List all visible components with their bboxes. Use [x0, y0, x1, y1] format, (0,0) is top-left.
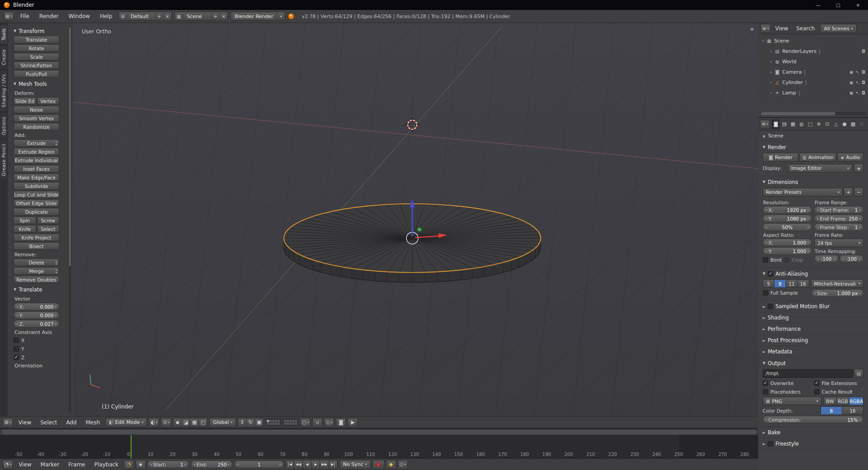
bake-panel-header[interactable]: ►Bake: [763, 428, 863, 437]
increment-icon[interactable]: ▸: [859, 418, 861, 422]
increment-icon[interactable]: ▸: [859, 291, 861, 295]
crop-checkbox[interactable]: Crop: [784, 256, 803, 263]
extrude-individual-button[interactable]: Extrude Individual: [14, 156, 59, 164]
transform-orientation-select[interactable]: Global ▾: [209, 418, 236, 427]
subdivide-button[interactable]: Subdivide: [14, 182, 59, 190]
layer-toggle[interactable]: [295, 420, 297, 422]
layer-toggle[interactable]: [278, 423, 280, 425]
increment-icon[interactable]: ▸: [55, 305, 57, 309]
menu-add[interactable]: Add: [62, 418, 80, 427]
increment-icon[interactable]: ▸: [859, 226, 861, 229]
increment-icon[interactable]: ▸: [185, 463, 187, 466]
display-select[interactable]: Image Editor ▾: [788, 164, 852, 173]
decrement-icon[interactable]: ◂: [765, 208, 767, 212]
sampled-motion-blur-checkbox[interactable]: [768, 304, 773, 309]
shrink-fatten-button[interactable]: Shrink/Fatten: [14, 61, 59, 69]
file-extensions-checkbox[interactable]: ✓File Extensions: [814, 379, 864, 387]
end-frame-field[interactable]: ◂ End: 250 ▸: [191, 461, 232, 468]
knife-button[interactable]: Knife: [14, 225, 36, 233]
menu-playback[interactable]: Playback: [90, 460, 122, 469]
vector-z-field[interactable]: ◂ Z: 0.027 ▸: [14, 320, 59, 328]
expand-dot-icon[interactable]: •: [770, 91, 772, 95]
current-frame-field[interactable]: ◂ 1 ▸: [234, 461, 284, 468]
outliner-row-scene[interactable]: •▦Scene: [758, 36, 868, 46]
layer-toggle[interactable]: [287, 423, 289, 425]
select-toggle-icon[interactable]: ↖: [856, 80, 859, 85]
color-mode-rgba-button[interactable]: RGBA: [849, 397, 863, 405]
pivot-center-select[interactable]: ⊙ ▾: [161, 418, 171, 427]
menu-search[interactable]: Search: [793, 24, 818, 33]
scene-selector[interactable]: ▦ Scene + ×: [175, 12, 228, 21]
decrement-icon[interactable]: ◂: [16, 314, 18, 317]
placeholders-checkbox[interactable]: Placeholders: [763, 388, 812, 395]
menu-marker[interactable]: Marker: [37, 460, 63, 469]
region-expand-icon[interactable]: +: [750, 26, 755, 33]
display-extra-button[interactable]: ◈: [854, 164, 863, 173]
outliner-row-world[interactable]: •◍World: [758, 56, 868, 67]
layer-toggle[interactable]: [292, 423, 294, 425]
start-frame-field[interactable]: ◂Start Frame:1▸: [814, 206, 863, 214]
outliner-row-renderlayers[interactable]: •▤RenderLayers|◘: [758, 46, 868, 56]
color-depth-8-button[interactable]: 8: [821, 406, 842, 415]
current-frame-marker[interactable]: [131, 435, 132, 458]
menu-render[interactable]: Render: [36, 12, 62, 21]
render-presets-select[interactable]: Render Presets ▾: [763, 188, 843, 197]
sync-mode-select[interactable]: No Sync ▾: [340, 460, 371, 469]
expand-dot-icon[interactable]: •: [770, 49, 772, 54]
layer-toggle[interactable]: [284, 423, 286, 425]
mesh-tools-panel-header[interactable]: ▼ Mesh Tools: [14, 79, 59, 89]
manipulator-translate-button[interactable]: ↕: [238, 418, 246, 427]
knife-project-button[interactable]: Knife Project: [14, 234, 59, 241]
screen-layout-selector[interactable]: ⊞ Default + ×: [118, 12, 171, 21]
outliner-row-cylinder[interactable]: •△Cylinder|◉↖◘: [758, 77, 868, 88]
decrement-icon[interactable]: ◂: [765, 241, 767, 244]
add-layout-button[interactable]: +: [155, 12, 163, 20]
properties-tab-constraints[interactable]: ⊗: [815, 119, 823, 129]
decrement-icon[interactable]: ◂: [150, 463, 152, 466]
aa-filter-select[interactable]: Mitchell-Netravali ▾: [811, 279, 864, 288]
push-pull-button[interactable]: Push/Pull: [14, 70, 59, 78]
duplicate-button[interactable]: Duplicate: [14, 208, 59, 216]
face-select-button[interactable]: ▦: [190, 418, 199, 427]
outliner-scrollbar[interactable]: [760, 112, 866, 115]
loop-cut-and-slide-button[interactable]: Loop Cut and Slide: [14, 191, 59, 198]
increment-icon[interactable]: ▸: [807, 241, 809, 244]
render-button[interactable]: ◙ Render: [763, 153, 798, 162]
performance-panel-header[interactable]: ►Performance: [763, 324, 863, 334]
antialiasing-checkbox[interactable]: ✓: [768, 271, 773, 277]
menu-help[interactable]: Help: [96, 12, 116, 21]
tool-tab-grease-pencil[interactable]: Grease Pencil: [0, 140, 8, 180]
preview-range-toggle[interactable]: ◔: [124, 460, 134, 469]
outliner-row-camera[interactable]: •◙Camera|◉↖◘: [758, 67, 868, 77]
increment-icon[interactable]: ▸: [859, 208, 861, 212]
eye-toggle-icon[interactable]: ◉: [849, 80, 854, 85]
layer-toggle[interactable]: [287, 420, 289, 422]
compression-slider[interactable]: ◂ Compression: 15% ▸: [763, 416, 863, 423]
increment-icon[interactable]: ▸: [807, 249, 809, 253]
vertex-button[interactable]: Vertex: [37, 97, 60, 105]
decrement-icon[interactable]: ◂: [765, 418, 767, 422]
time-remap-new-field[interactable]: ◂:100▸: [840, 255, 864, 263]
timeline-scrollbar[interactable]: [0, 429, 758, 435]
decrement-icon[interactable]: ◂: [814, 291, 816, 295]
layer-toggle[interactable]: [269, 420, 272, 422]
make-edge-face-button[interactable]: Make Edge/Face: [14, 174, 59, 181]
constraint-z-checkbox[interactable]: ✓Z: [14, 353, 59, 361]
freestyle-panel-header[interactable]: ►Freestyle: [763, 439, 863, 448]
layer-toggle[interactable]: [292, 420, 294, 422]
close-button[interactable]: ×: [848, 0, 868, 10]
audio-button[interactable]: ◈ Audio: [837, 153, 863, 162]
aa-size-field[interactable]: ◂Size:1.000 px▸: [811, 289, 864, 297]
expand-dot-icon[interactable]: •: [770, 70, 772, 75]
record-button[interactable]: [373, 460, 384, 469]
render-toggle-icon[interactable]: ◘: [862, 49, 865, 54]
layer-toggle[interactable]: [267, 420, 269, 422]
eye-toggle-icon[interactable]: ◉: [849, 90, 854, 95]
cache-result-checkbox[interactable]: Cache Result: [814, 388, 864, 395]
menu-select[interactable]: Select: [37, 418, 61, 427]
menu-view[interactable]: View: [772, 24, 792, 33]
scale-button[interactable]: Scale: [14, 53, 59, 61]
properties-tab-data[interactable]: △: [832, 119, 840, 129]
properties-tab-scene[interactable]: ▦: [789, 119, 797, 129]
properties-editor-type-button[interactable]: ≡ ▾: [760, 120, 770, 129]
